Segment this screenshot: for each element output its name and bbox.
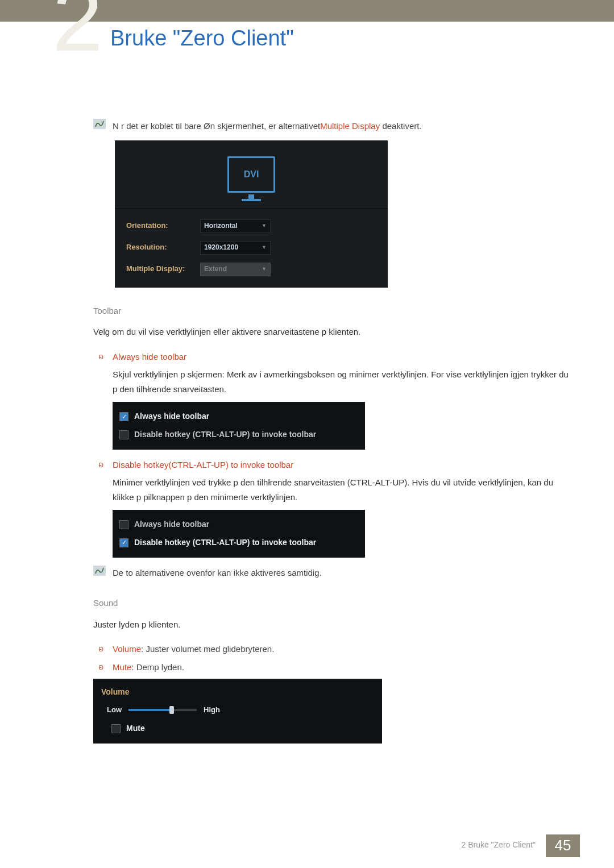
chevron-down-icon: ▼ — [262, 265, 267, 273]
orientation-select[interactable]: Horizontal▼ — [200, 219, 271, 233]
multiple-display-select: Extend▼ — [200, 263, 271, 276]
toolbar-heading: Toolbar — [93, 304, 580, 318]
orientation-label: Orientation: — [126, 219, 200, 232]
toolbar-screenshot-1: ✓ Always hide toolbar Disable hotkey (CT… — [113, 402, 365, 450]
note-exclusive: De to alternativene ovenfor kan ikke akt… — [93, 566, 580, 580]
always-hide-title: Always hide toolbar — [113, 350, 580, 364]
note-text: N r det er koblet til bare Øn skjermenhe… — [113, 119, 422, 134]
sound-panel: Volume Low High Mute — [93, 679, 382, 744]
mute-bullet: Mute: Demp lyden. — [113, 660, 580, 675]
multiple-display-label: Multiple Display: — [126, 263, 200, 275]
volume-high-label: High — [204, 704, 220, 716]
bullet-icon: Ð — [99, 458, 113, 471]
slider-thumb[interactable] — [169, 706, 174, 714]
page-footer: 2 Bruke "Zero Client" 45 — [61, 834, 580, 857]
resolution-select[interactable]: 1920x1200▼ — [200, 241, 271, 255]
always-hide-body: Skjul verktłylinjen p skjermen: Merk av … — [113, 367, 574, 396]
note-icon — [93, 119, 106, 129]
checkbox-always-hide[interactable] — [119, 520, 128, 529]
footer-page-number: 45 — [546, 834, 580, 857]
toolbar-screenshot-2: Always hide toolbar ✓ Disable hotkey (CT… — [113, 510, 365, 558]
disable-hotkey-body: Minimer verktłylinjen ved trykke p den t… — [113, 475, 574, 504]
resolution-label: Resolution: — [126, 241, 200, 254]
monitor-icon: DVI — [227, 156, 275, 193]
page-title: Bruke "Zero Client" — [61, 22, 580, 51]
sound-heading: Sound — [93, 596, 580, 610]
volume-title: Volume — [101, 686, 374, 699]
checkbox-disable-hotkey-label: Disable hotkey (CTRL-ALT-UP) to invoke t… — [134, 536, 316, 550]
volume-slider[interactable] — [128, 709, 197, 711]
mute-label: Mute — [126, 722, 145, 736]
checkbox-disable-hotkey-label: Disable hotkey (CTRL-ALT-UP) to invoke t… — [134, 428, 316, 442]
volume-low-label: Low — [107, 704, 122, 716]
display-settings-panel: DVI Orientation: Horizontal▼ Resolution:… — [115, 140, 388, 288]
volume-bullet: Volume: Juster volumet med glidebryteren… — [113, 642, 580, 657]
disable-hotkey-title: Disable hotkey(CTRL-ALT-UP) to invoke to… — [113, 458, 580, 472]
toolbar-intro: Velg om du vil vise verktłylinjen eller … — [93, 325, 580, 339]
checkbox-always-hide[interactable]: ✓ — [119, 412, 128, 421]
monitor-preview: DVI — [115, 140, 388, 209]
bullet-icon: Ð — [99, 350, 113, 363]
mute-checkbox[interactable] — [111, 724, 121, 733]
note-icon — [93, 566, 106, 576]
note-text: De to alternativene ovenfor kan ikke akt… — [113, 566, 322, 580]
chevron-down-icon: ▼ — [262, 243, 267, 252]
checkbox-disable-hotkey[interactable] — [119, 430, 128, 439]
note-single-display: N r det er koblet til bare Øn skjermenhe… — [93, 119, 580, 134]
monitor-label: DVI — [244, 167, 259, 182]
footer-text: 2 Bruke "Zero Client" — [461, 840, 536, 849]
checkbox-always-hide-label: Always hide toolbar — [134, 410, 209, 423]
header-bar: 2 — [0, 0, 614, 22]
bullet-icon: Ð — [99, 660, 113, 673]
bullet-icon: Ð — [99, 642, 113, 655]
sound-intro: Juster lyden p klienten. — [93, 617, 580, 632]
checkbox-disable-hotkey[interactable]: ✓ — [119, 538, 128, 547]
chevron-down-icon: ▼ — [262, 222, 267, 230]
checkbox-always-hide-label: Always hide toolbar — [134, 518, 209, 531]
